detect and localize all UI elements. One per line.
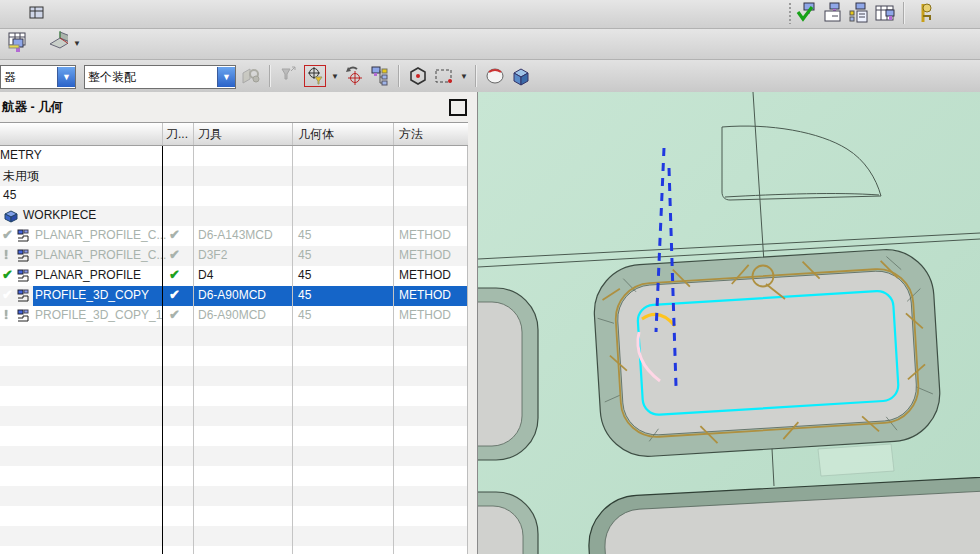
row-tool[interactable]: D6-A143MCD (198, 228, 273, 242)
workpiece-icon (3, 209, 19, 226)
main-pocket[interactable] (592, 247, 943, 459)
navigator-row[interactable]: !PLANAR_PROFILE_C...✔D3F245METHOD (0, 246, 468, 266)
row-geometry[interactable]: 45 (298, 288, 311, 302)
type-filter-combo[interactable]: 器 ▼ (0, 65, 76, 89)
selection-filter-active-icon[interactable] (304, 65, 326, 87)
navigator-row[interactable]: ✔PLANAR_PROFILE✔D445METHOD (0, 266, 468, 286)
row-tool[interactable]: D6-A90MCD (198, 308, 266, 322)
sequence-tree-icon[interactable] (369, 65, 391, 87)
navigator-table: 刀... 刀具 几何体 方法 !PROFILE_3D_COPY_1✔D6-A90… (0, 122, 468, 554)
navigator-table-header[interactable]: 刀... 刀具 几何体 方法 (0, 123, 468, 146)
column-header-method[interactable]: 方法 (399, 126, 423, 143)
navigator-row[interactable]: WORKPIECE (0, 206, 468, 226)
status-warning-icon: ! (4, 307, 8, 322)
row-geometry[interactable]: 45 (298, 228, 311, 242)
scope-combo-dropdown-icon[interactable]: ▼ (217, 67, 235, 87)
status-ok-icon: ✔ (2, 227, 13, 242)
empty-row (0, 406, 468, 426)
row-name[interactable]: PROFILE_3D_COPY (35, 288, 149, 302)
row-geometry[interactable]: 45 (298, 268, 311, 282)
raised-face-patch (818, 444, 894, 476)
selection-filter-caret[interactable]: ▼ (331, 72, 339, 81)
navigator-row[interactable]: !PROFILE_3D_COPY_1✔D6-A90MCD45METHOD (0, 306, 468, 326)
column-header-path[interactable]: 刀... (166, 126, 188, 143)
toolpath-generated-icon: ✔ (169, 247, 180, 262)
operation-navigator-panel: 航器 - 几何 刀... 刀具 几何体 方法 !PROFILE_3D_COPY_… (0, 92, 478, 554)
row-name[interactable]: PLANAR_PROFILE_C... (35, 228, 166, 242)
row-method[interactable]: METHOD (399, 248, 451, 262)
machine-tool-icon[interactable] (912, 2, 934, 24)
graphics-viewport[interactable] (478, 92, 980, 554)
toolpath-generated-icon: ✔ (169, 287, 180, 302)
status-ok-icon: ✔ (2, 287, 13, 302)
row-tool[interactable]: D4 (198, 268, 213, 282)
left-pocket[interactable] (478, 288, 538, 460)
toolbar-grip[interactable] (788, 2, 792, 24)
operation-icon (17, 289, 30, 305)
operation-icon (17, 269, 30, 285)
window-grid-icon[interactable] (26, 2, 48, 24)
row-method[interactable]: METHOD (399, 288, 451, 302)
scope-combo[interactable]: 整个装配 ▼ (84, 65, 236, 89)
navigator-row[interactable]: ✔PROFILE_3D_COPY✔D6-A90MCD45METHOD (0, 286, 468, 306)
operation-icon (17, 309, 30, 325)
toolpath-generated-icon: ✔ (169, 307, 180, 322)
empty-row (0, 426, 468, 446)
verify-toolpath-icon[interactable] (796, 2, 818, 24)
row-name[interactable]: 45 (3, 188, 16, 202)
empty-row (0, 346, 468, 366)
shop-documentation-icon[interactable] (874, 2, 896, 24)
row-tool[interactable]: D6-A90MCD (198, 288, 266, 302)
row-name[interactable]: PLANAR_PROFILE_C... (35, 248, 166, 262)
row-tool[interactable]: D3F2 (198, 248, 227, 262)
postprocess-icon[interactable] (822, 2, 844, 24)
type-filter-dropdown-icon[interactable]: ▼ (57, 67, 75, 87)
list-toolpath-icon[interactable] (848, 2, 870, 24)
empty-row (0, 466, 468, 486)
scope-combo-value: 整个装配 (85, 69, 217, 86)
navigator-title: 航器 - 几何 (2, 99, 63, 116)
empty-row (0, 546, 468, 554)
empty-row (0, 526, 468, 546)
navigator-maximize-button[interactable] (449, 99, 467, 116)
column-header-tool[interactable]: 刀具 (198, 126, 222, 143)
row-method[interactable]: METHOD (399, 308, 451, 322)
toolpath-generated-icon: ✔ (169, 227, 180, 242)
empty-row (0, 386, 468, 406)
row-name[interactable]: METRY (0, 148, 42, 162)
rectangle-select-icon[interactable] (433, 65, 455, 87)
refresh-crosshair-icon[interactable] (343, 65, 365, 87)
shaded-view-icon[interactable] (484, 65, 506, 87)
operation-icon (17, 229, 30, 245)
row-geometry[interactable]: 45 (298, 248, 311, 262)
status-ok-icon: ✔ (2, 267, 13, 282)
operation-icon (17, 249, 30, 265)
work-cube-icon[interactable] (510, 65, 532, 87)
row-geometry[interactable]: 45 (298, 308, 311, 322)
navigator-titlebar: 航器 - 几何 (0, 92, 477, 122)
row-name[interactable]: PLANAR_PROFILE (35, 268, 141, 282)
navigator-row[interactable]: ✔PLANAR_PROFILE_C...✔D6-A143MCD45METHOD (0, 226, 468, 246)
snap-funnel-icon[interactable] (278, 65, 300, 87)
navigator-row[interactable]: 45 (0, 186, 468, 206)
row-method[interactable]: METHOD (399, 268, 451, 282)
column-divider (162, 146, 163, 554)
status-warning-icon: ! (4, 247, 8, 262)
view-orientation-icon[interactable] (46, 32, 68, 54)
toolbar-middle: ▼ (0, 29, 980, 60)
view-orientation-caret[interactable]: ▼ (73, 39, 81, 48)
row-name[interactable]: PROFILE_3D_COPY_1 (35, 308, 162, 322)
row-name[interactable]: 未用项 (3, 168, 39, 185)
navigator-row[interactable]: 未用项 (0, 166, 468, 186)
snap-point-icon[interactable] (407, 65, 429, 87)
empty-row (0, 326, 468, 346)
navigator-row[interactable]: METRY (0, 146, 468, 166)
rectangle-select-caret[interactable]: ▼ (460, 72, 468, 81)
operation-navigator-icon[interactable] (6, 32, 28, 54)
type-filter-value: 器 (1, 69, 57, 86)
assembly-search-icon[interactable] (240, 65, 262, 87)
empty-row (0, 366, 468, 386)
column-header-geometry[interactable]: 几何体 (298, 126, 334, 143)
row-method[interactable]: METHOD (399, 228, 451, 242)
row-name[interactable]: WORKPIECE (23, 208, 96, 222)
